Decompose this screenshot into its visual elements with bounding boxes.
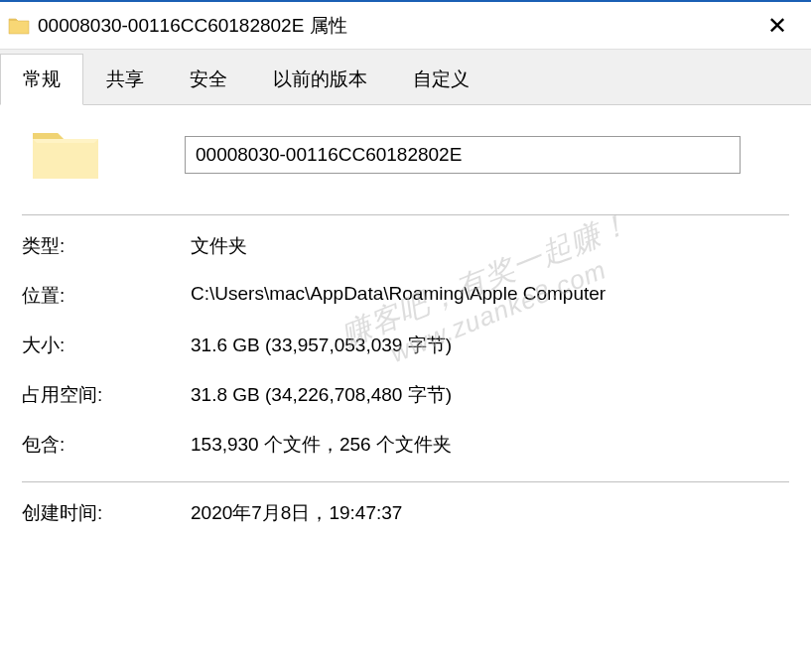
size-on-disk-label: 占用空间: <box>22 382 191 408</box>
created-value: 2020年7月8日，19:47:37 <box>191 500 789 526</box>
folder-name-input[interactable] <box>185 136 741 174</box>
divider <box>22 214 789 215</box>
size-label: 大小: <box>22 333 191 358</box>
contains-label: 包含: <box>22 432 191 458</box>
size-value: 31.6 GB (33,957,053,039 字节) <box>191 333 789 358</box>
location-value: C:\Users\mac\AppData\Roaming\Apple Compu… <box>191 283 789 309</box>
folder-icon <box>30 125 101 185</box>
size-on-disk-value: 31.8 GB (34,226,708,480 字节) <box>191 382 789 408</box>
contains-value: 153,930 个文件，256 个文件夹 <box>191 432 789 458</box>
type-label: 类型: <box>22 233 191 259</box>
window-title: 00008030-00116CC60182802E 属性 <box>38 13 757 39</box>
divider <box>22 481 789 482</box>
location-label: 位置: <box>22 283 191 309</box>
titlebar: 00008030-00116CC60182802E 属性 ✕ <box>0 0 811 50</box>
tab-customize[interactable]: 自定义 <box>390 54 492 104</box>
type-value: 文件夹 <box>191 233 789 259</box>
tab-security[interactable]: 安全 <box>167 54 250 104</box>
tabs: 常规 共享 安全 以前的版本 自定义 <box>0 50 811 105</box>
close-button[interactable]: ✕ <box>757 12 797 40</box>
tab-previous-versions[interactable]: 以前的版本 <box>250 54 390 104</box>
content-panel: 类型: 文件夹 位置: C:\Users\mac\AppData\Roaming… <box>0 105 811 570</box>
created-label: 创建时间: <box>22 500 191 526</box>
tab-general[interactable]: 常规 <box>0 54 83 105</box>
tab-sharing[interactable]: 共享 <box>83 54 167 104</box>
folder-icon-small <box>8 16 30 36</box>
